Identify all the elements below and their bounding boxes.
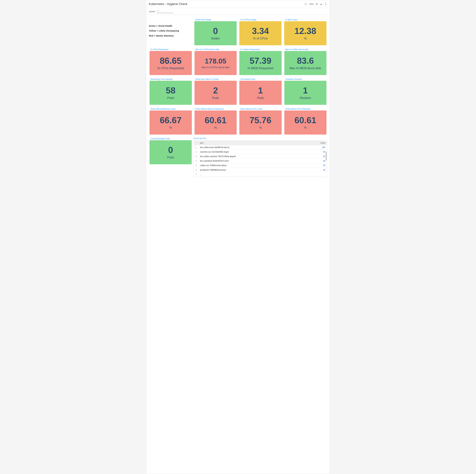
card-pods-without-cpu-limits-label: Pods without CPU Limits	[239, 107, 282, 110]
card-pods-without-mem-requests-body: 60.61 %	[194, 111, 237, 134]
legend-yellow: Yellow = Likely Overpaying	[149, 29, 192, 33]
card-cpu-requested: % CPUs Requested 86.65 % CPUs Requested	[149, 47, 192, 76]
cluster-input[interactable]	[156, 10, 173, 13]
card-pods-without-mem-limits: Pods without Memory Limits 66.67 %	[149, 107, 192, 135]
app-container: Kubernetes - Hygiene Check 🕐 -30m ↻ ▲ ⋮ …	[146, 0, 330, 474]
card-remaining-pod-capacity: Remaining Pod Capacity 58 Pods	[149, 77, 192, 105]
pod-count	[305, 172, 327, 177]
card-max-mem-burstable-label: Max % of Mem Burst-able	[284, 47, 327, 51]
menu-icon[interactable]: ⋮	[324, 2, 327, 6]
row-num: 6	[194, 168, 198, 172]
table-row: 7 ...	[194, 172, 327, 177]
row-num: 4	[194, 159, 198, 163]
col-pod: pod	[198, 141, 305, 145]
filter-bar: cluster	[146, 8, 330, 15]
card-pods-without-mem-requests-value: 60.61	[205, 115, 226, 125]
pod-name: ...	[198, 172, 305, 177]
pod-count: 335	[305, 145, 327, 150]
card-max-cpu-burstable: Max % of CPUs Burst-able 178.05 Max % of…	[194, 47, 238, 76]
card-remaining-pod-capacity-value: 58	[166, 86, 175, 95]
errors-table-container: pod count 1 the-coffee-lover-58cffff74d-…	[194, 141, 327, 177]
card-nodes-not-ready-unit: Nodes	[211, 37, 220, 40]
refresh-button[interactable]: ↻	[316, 2, 318, 6]
errors-by-pod-label: Errors by Pod	[194, 137, 327, 141]
card-pods-without-cpu-limits-unit: %	[259, 126, 262, 130]
card-pods-without-mem-requests-unit: %	[214, 126, 217, 130]
card-cpu-usage-label: % of CPUs Usage	[239, 17, 282, 21]
page-title: Kubernetes - Hygiene Check	[149, 2, 187, 6]
pod-name: the-cashdesk-6b49c66764-n5crf	[198, 159, 305, 163]
card-mem-used: % Mem Used 12.38 %	[284, 17, 327, 46]
table-row: 6 proofpoint-76859844d-bchwx 35	[194, 168, 327, 172]
card-terminated-pods-label: Terminated Pods	[239, 77, 282, 80]
cluster-label: cluster	[149, 10, 155, 13]
card-mem-used-label: % Mem Used	[284, 17, 327, 21]
card-mem-requested-unit: % MEM Requested	[248, 66, 273, 70]
table-row: 2 machine-svc-5cb7db4695-d2gck 54	[194, 150, 327, 154]
card-max-cpu-burstable-label: Max % of CPUs Burst-able	[194, 47, 238, 51]
card-cpu-usage-body: 3.34 % of CPUs	[239, 21, 282, 45]
pod-count: 35	[305, 163, 327, 168]
header-controls: 🕐 -30m ↻ ▲ ⋮	[304, 2, 327, 6]
unscheduleable-pods-section: Unscheduleable Pods 0 Pods	[149, 137, 192, 165]
card-cpu-requested-label: % CPUs Requested	[149, 47, 192, 51]
card-pods-without-cpu-requests-value: 60.61	[294, 115, 316, 125]
clock-icon: 🕐	[304, 3, 307, 5]
card-remaining-pod-capacity-body: 58 Pods	[150, 81, 192, 105]
table-row: 4 the-cashdesk-6b49c66764-n5crf 46	[194, 159, 327, 163]
card-max-cpu-burstable-body: 178.05 Max % of CPUs Burst-able	[194, 51, 237, 75]
card-container-restarts-value: 1	[303, 86, 308, 95]
card-unscheduleable-pods-unit: Pods	[167, 156, 174, 159]
card-container-restarts-unit: Restarts	[300, 96, 311, 100]
card-nodes-not-ready-value: 0	[213, 26, 218, 36]
filter-icon[interactable]: ▲	[320, 3, 322, 5]
card-unscheduleable-pods: Unscheduleable Pods 0 Pods	[149, 137, 192, 165]
card-cpu-requested-value: 86.65	[160, 56, 182, 65]
pod-name: the-coffee-machine-7597576bbb-qkqm6	[198, 154, 305, 159]
card-remaining-pod-capacity-label: Remaining Pod Capacity	[149, 77, 192, 80]
scrollbar-thumb[interactable]	[326, 152, 327, 161]
card-mem-used-value: 12.38	[294, 26, 316, 36]
card-pods-without-mem-limits-label: Pods without Memory Limits	[149, 107, 192, 110]
card-max-mem-burstable: Max % of Mem Burst-able 83.6 Max % MEM B…	[284, 47, 327, 76]
card-pods-failed-create-value: 2	[213, 86, 218, 95]
card-nodes-not-ready-label: Nodes Not Ready	[194, 17, 237, 21]
pod-count: 46	[305, 159, 327, 163]
card-pods-without-cpu-requests-body: 60.61 %	[284, 111, 327, 134]
errors-table-header-row: pod count	[194, 141, 327, 145]
row-4: Pods without Memory Limits 66.67 % Pods …	[149, 107, 327, 135]
pod-count: 54	[305, 154, 327, 159]
card-unscheduleable-pods-value: 0	[168, 145, 173, 155]
row-1: Green = Good Health Yellow = Likely Over…	[149, 17, 327, 46]
row-2: % CPUs Requested 86.65 % CPUs Requested …	[149, 47, 327, 76]
card-nodes-not-ready: Nodes Not Ready 0 Nodes	[194, 17, 237, 46]
card-cpu-usage: % of CPUs Usage 3.34 % of CPUs	[239, 17, 282, 46]
card-pods-without-cpu-requests-label: Pods without CPU Requests	[284, 107, 327, 110]
time-range[interactable]: -30m	[309, 3, 314, 5]
card-pods-without-cpu-limits-value: 75.76	[250, 115, 271, 125]
card-max-mem-burstable-unit: Max % MEM Burst-able	[289, 66, 321, 70]
card-pods-without-cpu-requests: Pods without CPU Requests 60.61 %	[284, 107, 327, 135]
pod-name: coffee-svc-75895c4c4b-q9scn	[198, 163, 305, 168]
pod-name: proofpoint-76859844d-bchwx	[198, 168, 305, 172]
card-mem-requested-body: 57.39 % MEM Requested	[239, 51, 282, 75]
card-pods-failed-create: Pods that Failed to Create 2 Pods	[194, 77, 238, 105]
card-max-cpu-burstable-value: 178.05	[205, 57, 226, 65]
row-num: 3	[194, 154, 198, 159]
card-max-cpu-burstable-unit: Max % of CPUs Burst-able	[202, 66, 230, 69]
card-container-restarts: Container Restarts 1 Restarts	[284, 77, 327, 105]
row-num: 2	[194, 150, 198, 154]
card-nodes-not-ready-body: 0 Nodes	[194, 21, 237, 45]
pod-name: the-coffee-lover-58cffff74d-bbx7p	[198, 145, 305, 150]
card-mem-requested-value: 57.39	[250, 56, 271, 65]
card-cpu-requested-unit: % CPUs Requested	[157, 66, 184, 70]
table-row: 5 coffee-svc-75895c4c4b-q9scn 35	[194, 163, 327, 168]
row-5: Unscheduleable Pods 0 Pods Errors by Pod	[149, 137, 327, 177]
row-num: 7	[194, 172, 198, 177]
card-pods-failed-create-unit: Pods	[212, 96, 219, 100]
legend-green: Green = Good Health	[149, 24, 192, 28]
table-row: 1 the-coffee-lover-58cffff74d-bbx7p 335	[194, 145, 327, 150]
row-3: Remaining Pod Capacity 58 Pods Pods that…	[149, 77, 327, 105]
card-container-restarts-body: 1 Restarts	[284, 81, 327, 105]
errors-table-body: 1 the-coffee-lover-58cffff74d-bbx7p 335 …	[194, 145, 327, 177]
